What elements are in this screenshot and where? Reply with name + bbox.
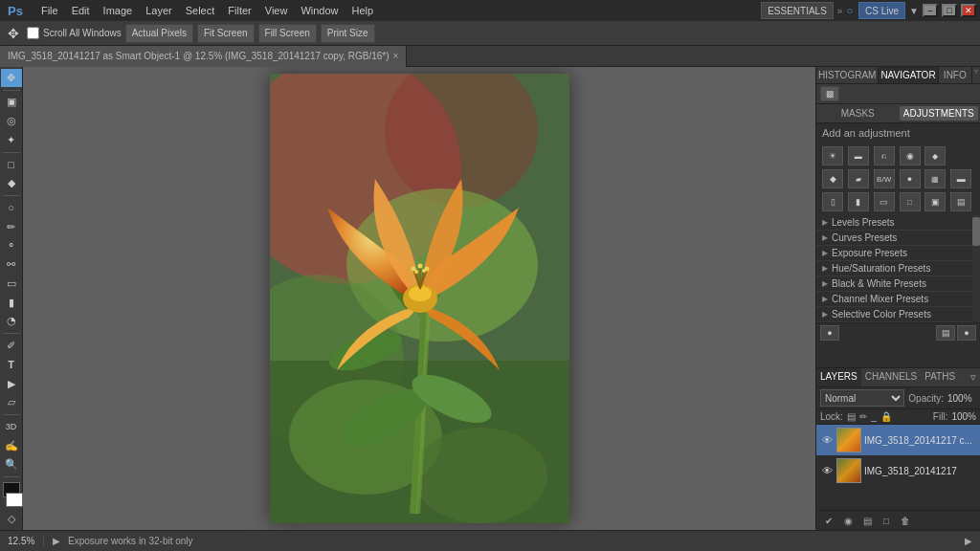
adj-icon-photofilter[interactable]: ● [900, 169, 921, 188]
menu-view[interactable]: View [258, 0, 295, 21]
adj-bottom-icon-2[interactable]: ▤ [936, 325, 955, 341]
adj-icon-invert[interactable]: ▬ [950, 169, 971, 188]
tab-masks[interactable]: MASKS [818, 106, 898, 121]
lasso-tool[interactable]: ◎ [1, 112, 22, 130]
menu-edit[interactable]: Edit [65, 0, 97, 21]
adj-icon-channelmix[interactable]: ▦ [924, 169, 946, 188]
magic-wand-tool[interactable]: ✦ [1, 131, 22, 149]
essentials-button[interactable]: ESSENTIALS [761, 2, 834, 19]
tab-close-icon[interactable]: × [393, 51, 399, 61]
pen-tool[interactable]: ✐ [1, 337, 22, 355]
adj-bottom-icon-3[interactable]: ● [957, 325, 976, 341]
layers-panel-menu[interactable]: ▿ [967, 368, 980, 386]
panel-strip-icon-1[interactable]: ▩ [820, 86, 839, 101]
tab-info[interactable]: INFO [939, 67, 972, 83]
tab-layers[interactable]: LAYERS [816, 368, 861, 386]
scroll-all-checkbox[interactable] [27, 27, 39, 39]
adj-icon-exposure[interactable]: ◉ [900, 146, 921, 165]
lock-position-icon[interactable]: ⎯ [871, 411, 877, 422]
opacity-value[interactable]: 100% [947, 393, 976, 404]
delete-layer-button[interactable]: 🗑 [897, 513, 914, 528]
tab-adjustments[interactable]: ADJUSTMENTS [900, 106, 979, 121]
adj-icon-hue[interactable]: ◆ [822, 169, 843, 188]
actual-pixels-button[interactable]: Actual Pixels [125, 24, 193, 43]
add-style-button[interactable]: ✔ [820, 513, 837, 528]
adj-icon-threshold[interactable]: ▮ [848, 192, 869, 211]
print-size-button[interactable]: Print Size [321, 24, 375, 43]
preset-levels[interactable]: ▶ Levels Presets [816, 215, 972, 231]
tab-channels[interactable]: CHANNELS [861, 368, 921, 386]
adj-icon-posterize[interactable]: ▯ [822, 192, 843, 211]
expand-icon[interactable]: » [837, 6, 843, 16]
menu-file[interactable]: File [34, 0, 65, 21]
preset-huesat[interactable]: ▶ Hue/Saturation Presets [816, 261, 972, 276]
quick-mask-toggle[interactable]: ◇ [1, 510, 22, 528]
hand-tool[interactable]: ✍ [1, 437, 22, 455]
adj-icon-vibrance[interactable]: ◆ [924, 146, 946, 165]
panel-collapse-icon[interactable]: ▿ [972, 67, 980, 83]
3d-tool[interactable]: 3D [1, 418, 22, 436]
crop-tool[interactable]: □ [1, 156, 22, 174]
preset-exposure[interactable]: ▶ Exposure Presets [816, 246, 972, 261]
preset-curves[interactable]: ▶ Curves Presets [816, 231, 972, 246]
cslive-chevron-icon[interactable]: ▼ [909, 6, 919, 16]
adj-icon-extra1[interactable]: ▣ [924, 192, 946, 211]
fill-screen-button[interactable]: Fill Screen [258, 24, 317, 43]
maximize-button[interactable]: □ [942, 4, 957, 17]
adj-scrollbar[interactable] [972, 215, 980, 322]
adj-icon-gradmap[interactable]: ▭ [874, 192, 895, 211]
status-arrow-icon[interactable]: ▶ [53, 536, 60, 546]
lock-transparent-icon[interactable]: ▤ [847, 411, 856, 422]
layer-item-0[interactable]: 👁 IMG_3518_20141217 c... [816, 425, 980, 455]
lock-all-icon[interactable]: 🔒 [880, 411, 892, 422]
menu-layer[interactable]: Layer [139, 0, 179, 21]
menu-filter[interactable]: Filter [221, 0, 257, 21]
history-brush-tool[interactable]: ⚯ [1, 255, 22, 274]
tab-paths[interactable]: PATHS [921, 368, 959, 386]
gradient-tool[interactable]: ▮ [1, 294, 22, 312]
adj-icon-bw[interactable]: B/W [874, 169, 895, 188]
menu-select[interactable]: Select [179, 0, 222, 21]
text-tool[interactable]: T [1, 356, 22, 374]
eyedropper-tool[interactable]: ◆ [1, 174, 22, 192]
lock-image-icon[interactable]: ✏ [859, 411, 867, 422]
tab-histogram[interactable]: HISTOGRAM [816, 67, 879, 83]
fit-screen-button[interactable]: Fit Screen [197, 24, 255, 43]
add-mask-button[interactable]: ◉ [839, 513, 857, 528]
adj-icon-colorbal[interactable]: ▰ [848, 169, 869, 188]
preset-channelmix[interactable]: ▶ Channel Mixer Presets [816, 292, 972, 307]
menu-window[interactable]: Window [294, 0, 345, 21]
cslive-button[interactable]: CS Live [858, 2, 905, 19]
adj-icon-levels[interactable]: ▬ [848, 146, 869, 165]
minimize-button[interactable]: – [923, 4, 938, 17]
menu-image[interactable]: Image [97, 0, 140, 21]
new-layer-button[interactable]: □ [878, 513, 895, 528]
dodge-tool[interactable]: ◔ [1, 313, 22, 331]
move-tool[interactable]: ✥ [1, 69, 22, 87]
eraser-tool[interactable]: ▭ [1, 275, 22, 293]
adj-icon-selective[interactable]: □ [900, 192, 921, 211]
clone-stamp-tool[interactable]: ⚬ [1, 237, 22, 255]
zoom-tool[interactable]: 🔍 [1, 456, 22, 474]
blend-mode-select[interactable]: Normal [820, 389, 904, 407]
close-button[interactable]: ✕ [961, 4, 976, 17]
layer-eye-icon-1[interactable]: 👁 [820, 464, 834, 477]
menu-help[interactable]: Help [345, 0, 381, 21]
play-icon[interactable]: ▶ [965, 536, 972, 546]
preset-bw[interactable]: ▶ Black & White Presets [816, 276, 972, 292]
adj-icon-extra2[interactable]: ▤ [950, 192, 971, 211]
path-select-tool[interactable]: ▶ [1, 375, 22, 393]
preset-selective[interactable]: ▶ Selective Color Presets [816, 307, 972, 322]
marquee-tool[interactable]: ▣ [1, 94, 22, 112]
new-group-button[interactable]: ▤ [858, 513, 876, 528]
adj-icon-brightness[interactable]: ☀ [822, 146, 843, 165]
adj-bottom-icon-1[interactable]: ● [820, 325, 839, 341]
shape-tool[interactable]: ▱ [1, 393, 22, 411]
document-tab[interactable]: IMG_3518_20141217 as Smart Object-1 @ 12… [0, 46, 407, 67]
tab-navigator[interactable]: NAVIGATOR [879, 67, 938, 83]
layer-item-1[interactable]: 👁 IMG_3518_20141217 [816, 455, 980, 486]
background-color[interactable] [6, 493, 23, 508]
spot-heal-tool[interactable]: ○ [1, 199, 22, 217]
brush-tool[interactable]: ✏ [1, 218, 22, 236]
layer-eye-icon-0[interactable]: 👁 [820, 433, 834, 447]
